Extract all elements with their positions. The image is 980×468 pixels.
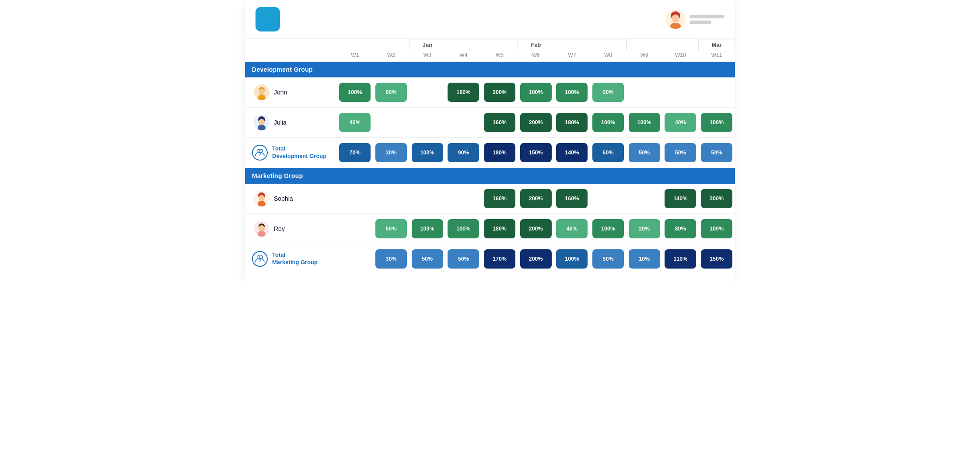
total-cell-1-w9: 10%	[626, 244, 662, 274]
cell-john-w1: 100%	[337, 77, 373, 108]
total-pill-0-w9: 50%	[629, 143, 660, 162]
total-cell-1-w1	[337, 244, 373, 274]
pill-julia-w10: 40%	[665, 113, 696, 132]
cell-roy-w2: 60%	[373, 214, 410, 244]
user-name-sophia: Sophia	[274, 195, 293, 202]
th-w2-empty	[373, 39, 410, 51]
pill-sophia-w5: 160%	[484, 189, 515, 208]
total-cell-1-w3: 50%	[409, 244, 445, 274]
cell-julia-w9: 100%	[626, 108, 662, 138]
pill-john-w7: 100%	[556, 83, 588, 102]
cell-roy-w10: 80%	[662, 214, 699, 244]
th-w11: W11	[699, 50, 735, 62]
group-header-label-1: Marketing Group	[245, 168, 735, 184]
pill-roy-w9: 20%	[629, 219, 660, 238]
table-body: Development Group John 100%60%180%200%10…	[245, 62, 735, 274]
cell-roy-w8: 100%	[590, 214, 626, 244]
total-cell-0-w3: 100%	[409, 138, 445, 168]
cell-julia-w4	[445, 108, 482, 138]
th-w10: W10	[662, 50, 699, 62]
th-w3: W3	[409, 50, 445, 62]
pill-julia-w6: 200%	[520, 113, 552, 132]
total-pill-0-w7: 140%	[556, 143, 588, 162]
svg-point-20	[259, 225, 265, 231]
total-label-1: TotalMarketing Group	[272, 251, 318, 266]
total-pill-0-w2: 30%	[375, 143, 407, 162]
month-mar-w11: Mar	[699, 39, 735, 51]
user-name-line	[690, 15, 724, 18]
avatar-john	[254, 84, 270, 100]
cell-julia-w8: 100%	[590, 108, 626, 138]
total-pill-1-w11: 150%	[701, 249, 732, 269]
cell-john-w11	[699, 77, 735, 108]
total-pill-0-w11: 50%	[701, 143, 732, 162]
total-pill-1-w3: 50%	[412, 249, 443, 269]
pill-sophia-w7: 160%	[556, 189, 588, 208]
total-label-0: TotalDevelopment Group	[272, 145, 326, 160]
total-cell-1-w10: 110%	[662, 244, 699, 274]
cell-roy-w4: 100%	[445, 214, 482, 244]
cell-john-w9	[626, 77, 662, 108]
header	[245, 0, 735, 39]
cell-sophia-w7: 160%	[554, 184, 590, 214]
cell-john-w10	[662, 77, 699, 108]
user-row-1-0: Sophia 160%200%160%140%200%	[245, 184, 735, 214]
pill-roy-w11: 100%	[701, 219, 732, 238]
total-cell-1-w2: 30%	[373, 244, 410, 274]
users-column-header	[245, 50, 337, 62]
user-info	[666, 10, 724, 29]
total-cell-1-w8: 50%	[590, 244, 626, 274]
pill-julia-w9: 100%	[629, 113, 660, 132]
pill-julia-w1: 40%	[339, 113, 371, 132]
pill-roy-w2: 60%	[375, 219, 407, 238]
avatar-sophia	[254, 191, 270, 206]
total-pill-1-w10: 110%	[665, 249, 696, 269]
th-w6: W6	[518, 50, 554, 62]
th-w2: W2	[373, 50, 410, 62]
total-cell-1-w7: 100%	[554, 244, 590, 274]
cell-julia-w3	[409, 108, 445, 138]
total-pill-1-w2: 30%	[375, 249, 407, 269]
table-wrapper: Jan Feb Mar W1	[245, 39, 735, 281]
pill-julia-w7: 180%	[556, 113, 588, 132]
total-cell-0-w6: 150%	[518, 138, 554, 168]
pill-julia-w8: 100%	[592, 113, 624, 132]
cell-roy-w3: 100%	[409, 214, 445, 244]
cell-john-w5: 200%	[482, 77, 518, 108]
user-lines	[690, 15, 724, 24]
svg-point-10	[259, 119, 265, 125]
pill-john-w8: 20%	[592, 83, 624, 102]
total-cell-1-w4: 50%	[445, 244, 482, 274]
cell-sophia-w10: 140%	[662, 184, 699, 214]
logo[interactable]	[256, 7, 280, 31]
cell-julia-w7: 180%	[554, 108, 590, 138]
user-row-1-1: Roy 60%100%100%180%200%40%100%20%80%100%	[245, 214, 735, 244]
month-jan-w3: Jan	[409, 39, 445, 51]
cell-sophia-w11: 200%	[699, 184, 735, 214]
pill-john-w2: 60%	[375, 83, 407, 102]
th-w7: W7	[554, 50, 590, 62]
total-row-1: TotalMarketing Group 30%50%50%170%200%10…	[245, 244, 735, 274]
user-cell-1-0: Sophia	[245, 184, 337, 214]
total-cell-1-w6: 200%	[518, 244, 554, 274]
total-pill-1-w8: 50%	[592, 249, 624, 269]
resource-table: Jan Feb Mar W1	[245, 39, 735, 274]
total-pill-0-w8: 60%	[592, 143, 624, 162]
cell-john-w2: 60%	[373, 77, 410, 108]
cell-sophia-w5: 160%	[482, 184, 518, 214]
cell-sophia-w1	[337, 184, 373, 214]
app-container: Jan Feb Mar W1	[245, 0, 735, 281]
pill-sophia-w11: 200%	[701, 189, 732, 208]
total-pill-1-w5: 170%	[484, 249, 515, 269]
month-row: Jan Feb Mar	[245, 39, 735, 51]
svg-point-6	[259, 89, 265, 95]
avatar-roy	[254, 221, 270, 237]
user-name-julia: Julia	[274, 119, 287, 126]
cell-roy-w7: 40%	[554, 214, 590, 244]
total-cell-0: TotalDevelopment Group	[245, 138, 337, 168]
total-pill-0-w4: 90%	[448, 143, 479, 162]
total-row-0: TotalDevelopment Group 70%30%100%90%180%…	[245, 138, 735, 168]
month-jan-w4	[445, 39, 482, 51]
cell-roy-w5: 180%	[482, 214, 518, 244]
th-w5: W5	[482, 50, 518, 62]
